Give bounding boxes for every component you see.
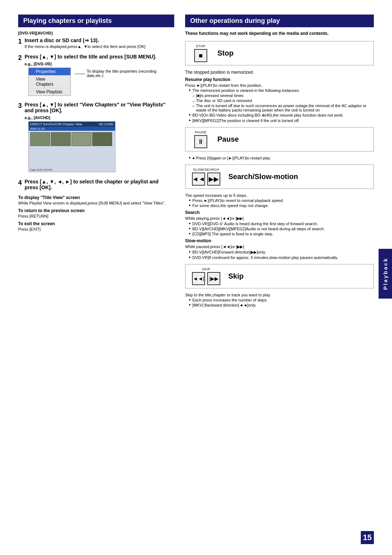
pause-icon-area: PAUSE ⏸ (190, 130, 212, 148)
stop-dash-1: [■]is pressed several times (192, 93, 374, 98)
to-display-title: To display "Title View" screen (18, 195, 174, 200)
slowsearch-label: SLOW/SEARCH (193, 168, 219, 171)
pause-label: PAUSE (195, 130, 207, 134)
step-1-number: 1 (18, 38, 22, 45)
skip-bullet-2: [MKV] Backward direction[◄◄]only. (189, 303, 374, 307)
menu-item-view-playlists: View Playlists (29, 88, 71, 96)
resume-title: Resume play function (185, 77, 374, 82)
cs-header-left: DIRECT NAVIGATOR Chapter View (30, 122, 82, 126)
chapter-screenshot: DIRECT NAVIGATOR Chapter View SD CARD 20… (28, 121, 115, 172)
stop-bullet-2: BD-V]On BD-Video discs including BD-⊕(40… (189, 113, 374, 118)
pause-box: PAUSE ⏸ Pause (185, 127, 374, 151)
right-section-header: Other operations during play (185, 15, 374, 27)
step-3-number: 3 (18, 102, 22, 110)
slowsearch-box: SLOW/SEARCH ◄◄ ▶▶ Search/Slow-motion (185, 165, 374, 189)
stop-icon-area: STOP ■ (190, 44, 212, 62)
step-2-number: 2 (18, 54, 22, 62)
slowsearch-bullet-1: Press ►](PLAY)to revert to normal playba… (189, 198, 374, 203)
menu-item-view-chapters: View Chapters (29, 76, 71, 88)
to-display-box: To display "Title View" screen While Pla… (18, 195, 174, 205)
search-bullet-3: [CD][MP3] The speed is fixed to a single… (189, 232, 374, 236)
cs-thumb-1 (30, 132, 50, 146)
stop-description: The stopped position is memorized. (185, 70, 374, 75)
skip-description: Skip to the title,chapter or track you w… (185, 293, 374, 297)
skip-btn1: ◄◄| (192, 272, 205, 285)
format-label: [DVD-VR][AVCHD] (18, 31, 174, 35)
playback-tab: Playback (379, 249, 392, 299)
search-subsection-title: Search (185, 210, 374, 215)
menu-annotation: To display the title properties (recordi… (87, 69, 173, 78)
right-intro: These functions may not work depending o… (185, 31, 374, 36)
slowsearch-btns: ◄◄ ▶▶ (192, 173, 220, 186)
stop-title: Stop (217, 49, 233, 57)
step-2-eg-label: e.g., [DVD-VR] (25, 62, 173, 66)
to-return-title: To return to the previous screen (18, 208, 174, 213)
skip-box: SKIP ◄◄| |▶▶ Skip (185, 264, 374, 288)
search-text: While playing,press [◄◄]or [▶▶] (185, 216, 374, 221)
stop-dash-3: The unit is turned off due to such occur… (192, 104, 374, 112)
slowsearch-btn1: ◄◄ (192, 173, 205, 186)
step-4-number: 4 (18, 179, 22, 187)
cs-subheader: 2009.11.29 (29, 127, 115, 131)
cs-thumb-3 (72, 132, 91, 146)
skip-bullet-1: Each press increases the number of skips… (189, 298, 374, 302)
step-4: 4 Press [▲, ▼, ◄, ►] to select the chapt… (18, 179, 174, 191)
cs-body (29, 131, 115, 147)
step-1-sub: If the menu is displayed,press▲, ▼to sel… (25, 44, 173, 49)
skip-icon-area: SKIP ◄◄| |▶▶ (190, 267, 222, 285)
cs-header: DIRECT NAVIGATOR Chapter View SD CARD (29, 122, 115, 127)
step-4-content: Press [▲, ▼, ◄, ►] to select the chapter… (25, 179, 173, 191)
stop-bullet-1: The memorized position is cleared in the… (189, 88, 374, 93)
left-section-header: Playing chapters or playlists (18, 15, 174, 27)
step-1: 1 Insert a disc or SD card (⇒ 13). If th… (18, 37, 174, 50)
step-1-title: Insert a disc or SD card (⇒ 13). (25, 37, 173, 43)
to-return-box: To return to the previous screen Press [… (18, 208, 174, 218)
left-column: Playing chapters or playlists [DVD-VR][A… (18, 15, 174, 533)
to-exit-text: Press [EXIT] (18, 227, 174, 231)
skip-title: Skip (228, 272, 244, 280)
skip-btns: ◄◄| |▶▶ (192, 272, 220, 285)
search-bullet-2: BD-V][AVCHD][MKV][MPEG2]Audio is not hea… (189, 227, 374, 231)
step-2: 2 Press [▲, ▼] to select the title and p… (18, 54, 174, 98)
slowmotion-bullet-2: DVD-VR]If continued for approx. 5 minute… (189, 255, 374, 260)
resume-text: Press ►](PLAY)to restart from this posit… (185, 83, 374, 88)
slowsearch-btn2: ▶▶ (207, 173, 220, 186)
slowsearch-description: The speed increases up to 5 steps. (185, 193, 374, 198)
pause-button-icon: ⏸ (194, 135, 207, 148)
step-4-title: Press [▲, ▼, ◄, ►] to select the chapter… (25, 179, 173, 190)
skip-btn2: |▶▶ (207, 272, 220, 285)
pause-title: Pause (217, 135, 239, 143)
cs-header-right: SD CARD (99, 122, 114, 126)
stop-button-icon: ■ (194, 49, 207, 62)
page-number: 15 (361, 531, 374, 544)
slowmotion-title: Slow-motion (185, 238, 374, 243)
right-col-wrapper: Other operations during play These funct… (185, 15, 374, 533)
step-2-title: Press [▲, ▼] to select the title and pre… (25, 54, 173, 60)
to-exit-box: To exit the screen Press [EXIT] (18, 221, 174, 231)
slowsearch-icon-area: SLOW/SEARCH ◄◄ ▶▶ (190, 168, 222, 186)
cs-footer: Page 01/01 AVCHD (30, 169, 52, 171)
menu-item-properties: Properties (29, 68, 71, 76)
step-3-content: Press [▲, ▼] to select "View Chapters" o… (25, 102, 173, 175)
slowmotion-bullet-1: BD-V][AVCHD]Forward direction[▶▶]only. (189, 250, 374, 255)
to-exit-title: To exit the screen (18, 221, 174, 226)
step-3-title: Press [▲, ▼] to select "View Chapters" o… (25, 102, 173, 113)
search-bullet-1: DVD-VR][DVD-V: Audio is heard during the… (189, 222, 374, 226)
skip-label: SKIP (202, 267, 211, 271)
stop-dash-2: The disc or SD card is removed (192, 98, 374, 103)
stop-box: STOP ■ Stop (185, 41, 374, 65)
step-1-content: Insert a disc or SD card (⇒ 13). If the … (25, 37, 173, 50)
slowmotion-text: While paused,press [◄◄]or [▶▶] (185, 244, 374, 249)
slowsearch-bullet-2: For some discs,the speed may not change. (189, 203, 374, 208)
step-2-content: Press [▲, ▼] to select the title and pre… (25, 54, 173, 98)
step-3: 3 Press [▲, ▼] to select "View Chapters"… (18, 102, 174, 175)
to-return-text: Press [RETURN] (18, 214, 174, 218)
cs-thumb-2 (51, 132, 71, 146)
right-column: Other operations during play These funct… (185, 15, 374, 307)
to-display-text: While Playlist View screen is displayed,… (18, 201, 174, 205)
step-3-eg-label: e.g., [AVCHD] (25, 116, 173, 120)
stop-bullet-3: [MKV][MPEG2]The position is cleared if t… (189, 118, 374, 123)
menu-box: Properties View Chapters View Playlists (28, 68, 71, 96)
stop-label: STOP (196, 44, 205, 48)
cs-thumb-4 (92, 132, 112, 146)
